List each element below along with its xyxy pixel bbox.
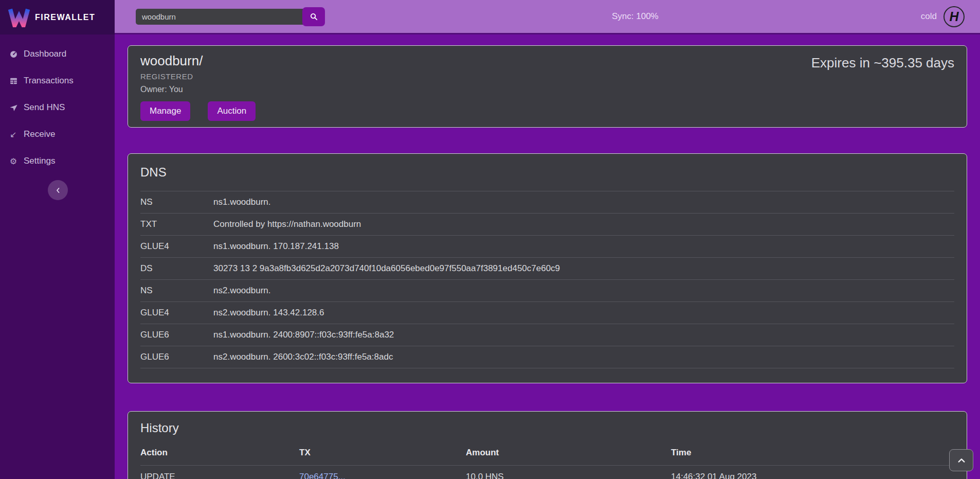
sidebar: FIREWALLET Dashboard (0, 0, 115, 479)
history-amount: 10.0 HNS (466, 466, 671, 479)
dns-record-type: GLUE6 (140, 346, 213, 368)
sidebar-collapse-button[interactable] (48, 180, 68, 200)
sidebar-item-label: Dashboard (24, 49, 66, 59)
handshake-h-icon[interactable]: H (943, 6, 965, 27)
scroll-to-top-button[interactable] (949, 449, 973, 471)
dns-record-row: NS ns1.woodburn. (140, 191, 954, 214)
chevron-up-icon (957, 457, 966, 464)
history-title: History (140, 421, 954, 435)
dns-record-type: NS (140, 191, 213, 214)
manage-button[interactable]: Manage (140, 101, 190, 121)
dns-table: NS ns1.woodburn. TXT Controlled by https… (140, 191, 954, 368)
wallet-name: cold (921, 11, 937, 22)
search-input[interactable] (136, 9, 305, 25)
domain-actions: Manage Auction (140, 101, 954, 121)
domain-owner: Owner: You (140, 85, 954, 94)
dns-record-row: GLUE4 ns1.woodburn. 170.187.241.138 (140, 236, 954, 258)
dns-record-type: GLUE6 (140, 324, 213, 346)
dns-record-row: TXT Controlled by https://nathan.woodbur… (140, 214, 954, 236)
sidebar-item-settings[interactable]: ⚙ Settings (0, 148, 115, 174)
search-group (136, 7, 325, 26)
history-col-time: Time (671, 445, 954, 466)
sync-status: Sync: 100% (612, 11, 659, 22)
dns-record-value: ns1.woodburn. 2400:8907::f03c:93ff:fe5a:… (213, 324, 954, 346)
dns-record-row: NS ns2.woodburn. (140, 280, 954, 302)
history-action: UPDATE (140, 466, 299, 479)
dns-record-row: DS 30273 13 2 9a3a8fb3d625d2a2073d740f10… (140, 258, 954, 280)
history-table: Action TX Amount Time UPDATE 70e64775... (140, 445, 954, 479)
sidebar-item-label: Send HNS (24, 102, 65, 113)
app-window: FIREWALLET Dashboard (0, 0, 980, 479)
dns-record-value: ns1.woodburn. 170.187.241.138 (213, 236, 954, 258)
search-icon (310, 12, 318, 21)
history-time: 14:46:32 01 Aug 2023 (671, 466, 954, 479)
page-content: woodburn/ REGISTERED Owner: You Manage A… (115, 34, 980, 479)
firewallet-logo-icon (8, 8, 30, 27)
dns-record-value: ns2.woodburn. (213, 280, 954, 302)
dns-record-value: ns1.woodburn. (213, 191, 954, 214)
domain-status: REGISTERED (140, 72, 954, 81)
dns-record-row: GLUE4 ns2.woodburn. 143.42.128.6 (140, 302, 954, 324)
dns-record-type: TXT (140, 214, 213, 236)
sidebar-item-dashboard[interactable]: Dashboard (0, 41, 115, 67)
auction-button[interactable]: Auction (208, 101, 256, 121)
history-row: UPDATE 70e64775... 10.0 HNS 14:46:32 01 … (140, 466, 954, 479)
domain-card: woodburn/ REGISTERED Owner: You Manage A… (128, 45, 967, 128)
history-col-tx: TX (299, 445, 466, 466)
chevron-left-icon (55, 187, 61, 193)
receive-arrow-icon: ↙ (9, 130, 18, 139)
search-button[interactable] (302, 7, 325, 26)
sidebar-item-label: Receive (24, 129, 55, 139)
dns-card: DNS NS ns1.woodburn. TXT Controlle (128, 153, 967, 383)
sidebar-item-transactions[interactable]: Transactions (0, 67, 115, 94)
history-col-action: Action (140, 445, 299, 466)
sidebar-item-receive[interactable]: ↙ Receive (0, 121, 115, 148)
history-card: History Action TX Amount Time (128, 411, 967, 479)
dns-record-row: GLUE6 ns2.woodburn. 2600:3c02::f03c:93ff… (140, 346, 954, 368)
history-col-amount: Amount (466, 445, 671, 466)
wallet-group: cold H (921, 6, 965, 27)
topbar: Sync: 100% cold H (115, 0, 980, 34)
sidebar-item-label: Transactions (24, 76, 74, 86)
dns-record-value: 30273 13 2 9a3a8fb3d625d2a2073d740f10da6… (213, 258, 954, 280)
gear-icon: ⚙ (9, 156, 18, 166)
send-plane-icon (9, 103, 18, 112)
history-header-row: Action TX Amount Time (140, 445, 954, 466)
dns-record-type: NS (140, 280, 213, 302)
tx-link[interactable]: 70e64775... (299, 472, 346, 479)
dns-record-type: GLUE4 (140, 236, 213, 258)
main-area: Sync: 100% cold H woodburn/ REGISTERED O… (115, 0, 980, 479)
dashboard-gauge-icon (9, 50, 18, 59)
dns-record-value: ns2.woodburn. 143.42.128.6 (213, 302, 954, 324)
dns-record-type: GLUE4 (140, 302, 213, 324)
dns-record-value: Controlled by https://nathan.woodburn (213, 214, 954, 236)
sidebar-item-label: Settings (24, 156, 55, 166)
sidebar-item-send-hns[interactable]: Send HNS (0, 94, 115, 121)
transactions-table-icon (9, 77, 18, 85)
dns-title: DNS (140, 165, 954, 180)
dns-record-value: ns2.woodburn. 2600:3c02::f03c:93ff:fe5a:… (213, 346, 954, 368)
brand-name: FIREWALLET (35, 13, 95, 22)
sidebar-nav: Dashboard Transactions (0, 34, 115, 174)
dns-record-type: DS (140, 258, 213, 280)
dns-record-row: GLUE6 ns1.woodburn. 2400:8907::f03c:93ff… (140, 324, 954, 346)
brand-header: FIREWALLET (0, 0, 115, 34)
expires-label: Expires in ~395.35 days (811, 55, 954, 71)
